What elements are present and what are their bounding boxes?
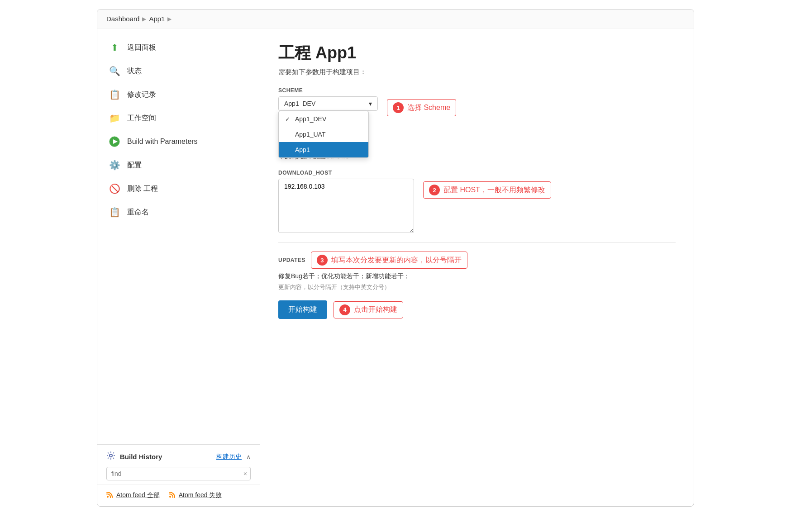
host-form-group: DOWNLOAD_HOST 192.168.0.103 2 配置 HOST，一般…	[278, 170, 676, 233]
section-divider	[278, 242, 676, 242]
build-history-cn-link[interactable]: 构建历史	[216, 453, 242, 461]
rename-icon: 📋	[108, 206, 121, 218]
sidebar-item-build-with-params[interactable]: Build with Parameters	[97, 130, 260, 153]
build-params-icon	[108, 135, 121, 148]
workspace-icon: 📁	[108, 112, 121, 124]
scheme-dropdown-container: App1_DEV ▾ ✓ App1_DEV App1_UAT	[278, 96, 378, 111]
breadcrumb-arrow-2: ▶	[167, 16, 172, 22]
host-callout-number: 2	[429, 185, 440, 195]
back-icon: ⬆	[108, 41, 121, 54]
config-icon: ⚙️	[108, 159, 121, 171]
build-history-search-input[interactable]	[106, 467, 251, 480]
content-area: 工程 App1 需要如下参数用于构建项目： SCHEME App1_DEV ▾ …	[260, 28, 694, 506]
atom-feed-all-link[interactable]: Atom feed 全部	[106, 491, 160, 500]
scheme-callout-number: 1	[393, 102, 404, 113]
page-subtitle: 需要如下参数用于构建项目：	[278, 68, 676, 76]
scheme-callout: 1 选择 Scheme	[387, 99, 456, 116]
build-history-title: Build History	[106, 451, 162, 462]
sidebar-label-back: 返回面板	[127, 43, 156, 52]
build-row: 开始构建 4 点击开始构建	[278, 300, 676, 319]
scheme-dropdown-value: App1_DEV	[284, 100, 315, 107]
sidebar-nav: ⬆ 返回面板 🔍 状态 📋 修改记录 📁 工作空间	[97, 28, 260, 444]
scheme-row: App1_DEV ▾ ✓ App1_DEV App1_UAT	[278, 96, 676, 116]
atom-feed-fail-link[interactable]: Atom feed 失败	[169, 491, 222, 500]
breadcrumb-dashboard[interactable]: Dashboard	[106, 15, 139, 23]
sidebar-label-status: 状态	[127, 66, 142, 76]
sidebar-item-workspace[interactable]: 📁 工作空间	[97, 106, 260, 130]
sidebar-label-rename: 重命名	[127, 208, 149, 217]
sidebar: ⬆ 返回面板 🔍 状态 📋 修改记录 📁 工作空间	[97, 28, 260, 506]
scheme-option-app1-label: App1	[295, 146, 310, 153]
scheme-option-dev-check: ✓	[285, 116, 291, 123]
sidebar-label-delete: 删除 工程	[127, 184, 158, 194]
host-callout: 2 配置 HOST，一般不用频繁修改	[423, 181, 551, 199]
breadcrumb: Dashboard ▶ App1 ▶	[97, 10, 694, 28]
scheme-option-uat[interactable]: App1_UAT	[279, 127, 368, 142]
scheme-option-dev[interactable]: ✓ App1_DEV	[279, 111, 368, 127]
build-history-header: Build History 构建历史 ∧	[106, 451, 251, 462]
updates-callout-number: 3	[317, 255, 328, 266]
host-label: DOWNLOAD_HOST	[278, 170, 676, 176]
updates-hint: 更新内容，以分号隔开（支持中英文分号）	[278, 283, 676, 291]
scheme-option-uat-label: App1_UAT	[295, 131, 325, 138]
page-title: 工程 App1	[278, 42, 676, 64]
build-callout-text: 点击开始构建	[354, 305, 397, 314]
scheme-dropdown-menu: ✓ App1_DEV App1_UAT App1	[278, 111, 369, 158]
search-clear-button[interactable]: ×	[243, 470, 247, 477]
build-callout-number: 4	[339, 304, 350, 315]
scheme-label: SCHEME	[278, 87, 676, 94]
sidebar-label-config: 配置	[127, 161, 142, 170]
updates-row: UPDATES 3 填写本次分发要更新的内容，以分号隔开	[278, 252, 676, 269]
updates-callout: 3 填写本次分发要更新的内容，以分号隔开	[311, 252, 467, 269]
build-callout: 4 点击开始构建	[334, 301, 403, 318]
build-history-label: Build History	[120, 453, 162, 461]
host-callout-text: 配置 HOST，一般不用频繁修改	[443, 185, 545, 195]
atom-feed-all-icon	[106, 491, 114, 500]
host-row: 192.168.0.103 2 配置 HOST，一般不用频繁修改	[278, 179, 676, 233]
scheme-dropdown-trigger[interactable]: App1_DEV ▾	[278, 96, 378, 111]
scheme-option-app1[interactable]: App1	[279, 142, 368, 157]
changelog-icon: 📋	[108, 88, 121, 101]
scheme-option-dev-label: App1_DEV	[295, 115, 326, 123]
atom-feed-fail-icon	[169, 491, 176, 500]
sidebar-item-changelog[interactable]: 📋 修改记录	[97, 83, 260, 106]
delete-icon: 🚫	[108, 182, 121, 195]
sidebar-item-status[interactable]: 🔍 状态	[97, 59, 260, 83]
sidebar-item-back[interactable]: ⬆ 返回面板	[97, 36, 260, 59]
sidebar-item-rename[interactable]: 📋 重命名	[97, 200, 260, 224]
updates-callout-text: 填写本次分发要更新的内容，以分号隔开	[331, 256, 462, 265]
sidebar-item-config[interactable]: ⚙️ 配置	[97, 153, 260, 177]
updates-value: 修复Bug若干；优化功能若干；新增功能若干；	[278, 272, 676, 280]
host-input[interactable]: 192.168.0.103	[278, 179, 414, 233]
build-history-chevron[interactable]: ∧	[246, 453, 251, 461]
atom-feed-fail-label: Atom feed 失败	[179, 491, 222, 499]
build-history-section: Build History 构建历史 ∧ ×	[97, 444, 260, 484]
app-wrapper: Dashboard ▶ App1 ▶ ⬆ 返回面板 🔍 状态 📋 修改记录	[97, 9, 694, 507]
scheme-callout-text: 选择 Scheme	[407, 103, 450, 113]
updates-form-group: UPDATES 3 填写本次分发要更新的内容，以分号隔开 修复Bug若干；优化功…	[278, 252, 676, 291]
sidebar-label-build-with-params: Build with Parameters	[127, 138, 198, 146]
scheme-option-uat-check	[285, 131, 291, 138]
atom-feed-all-label: Atom feed 全部	[116, 491, 160, 499]
scheme-dropdown-arrow: ▾	[369, 100, 372, 107]
scheme-form-group: SCHEME App1_DEV ▾ ✓ App1_DEV	[278, 87, 676, 161]
svg-point-4	[169, 496, 171, 498]
sidebar-label-workspace: 工作空间	[127, 114, 156, 123]
sidebar-item-delete[interactable]: 🚫 删除 工程	[97, 177, 260, 200]
sidebar-label-changelog: 修改记录	[127, 90, 156, 100]
build-button[interactable]: 开始构建	[278, 300, 327, 319]
svg-point-2	[110, 454, 112, 457]
breadcrumb-arrow-1: ▶	[142, 16, 146, 22]
breadcrumb-app1[interactable]: App1	[149, 15, 165, 23]
atom-feed-section: Atom feed 全部 Atom feed 失败	[97, 484, 260, 506]
build-history-gear-icon	[106, 451, 115, 462]
updates-label: UPDATES	[278, 257, 305, 263]
search-wrapper: ×	[106, 467, 251, 480]
status-icon: 🔍	[108, 65, 121, 77]
scheme-option-app1-check	[285, 147, 291, 153]
svg-point-3	[107, 496, 109, 498]
main-layout: ⬆ 返回面板 🔍 状态 📋 修改记录 📁 工作空间	[97, 28, 694, 506]
